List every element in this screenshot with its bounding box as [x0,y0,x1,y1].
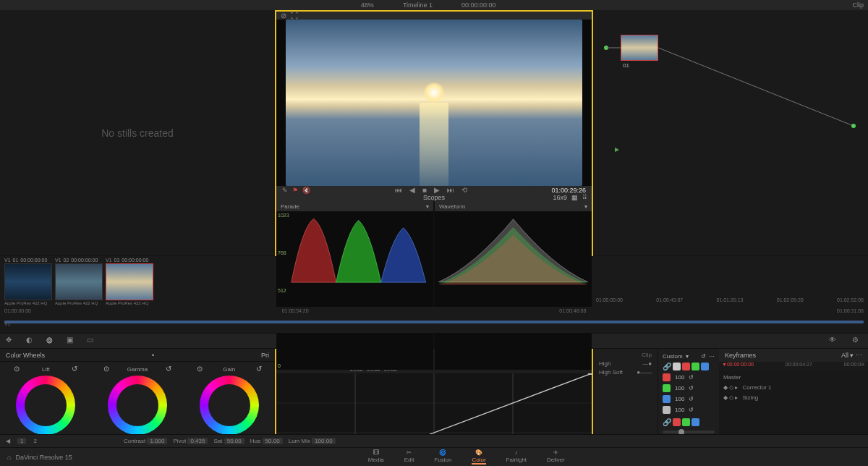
expand-icon[interactable]: ⛶ [291,12,298,20]
node-graph[interactable]: 01 [593,10,868,256]
media-icon: 🎞 [373,449,379,456]
gamma-wheel[interactable] [108,376,167,435]
kf-row-sizing[interactable]: ◆ ◇ ▸ Sizing [723,392,864,402]
target-icon[interactable]: ◎ [46,336,56,346]
stills-panel: No stills created [0,10,275,256]
gear-icon[interactable]: ⚙ [852,336,862,346]
viewer-toolbar: ⊘ ⛶ [276,12,592,20]
high-slider[interactable]: —● [642,360,652,367]
link-icon[interactable]: 🔗 [663,418,671,426]
timeline-bar[interactable] [4,321,864,323]
prev-button[interactable]: ⏮ [395,186,402,194]
link-icon[interactable]: 🔗 [663,363,671,370]
picker-icon[interactable]: ⊙ [103,365,109,374]
page-1[interactable]: 1 [17,438,26,444]
scopes-title: Scopes [423,194,445,201]
wheels-indicator[interactable]: • [45,352,261,359]
kf-ruler[interactable]: ▼00:00:00:00 00:00:04:27 00:00:09: [719,362,868,370]
more-icon[interactable]: ⋯ [856,352,862,359]
scopes-settings-icon[interactable]: ⠿ [582,194,587,201]
dropdown-icon[interactable]: ▾ [686,353,689,360]
swatch-r[interactable] [682,363,690,370]
clip-thumb-03[interactable]: V10300:00:00:00 Apple ProRes 422 HQ [106,258,153,305]
picker-icon[interactable]: ✥ [6,336,16,346]
more-icon[interactable]: ⋯ [709,353,715,360]
luma-swatch-g[interactable] [682,418,690,426]
next-button[interactable]: ⏭ [447,186,454,194]
rect-icon[interactable]: ▭ [87,336,97,346]
dropdown-icon[interactable]: ▾ [426,203,429,210]
kf-row-master[interactable]: Master [723,372,864,382]
play-button[interactable]: ▶ [434,186,440,194]
clip-thumb-02[interactable]: V10200:00:00:00 Apple ProRes 422 HQ [55,258,103,305]
page-tabs: 🎞Media ✂Edit 🌀Fusion 🎨Color ♪Fairlight ✈… [72,449,861,465]
pivot-val[interactable]: 0.435 [187,438,208,444]
back-button[interactable]: ◀ [409,186,415,194]
dropdown-icon[interactable]: ▾ [850,352,854,359]
luma-swatch-r[interactable] [673,418,681,426]
clip-thumb-01[interactable]: V10100:00:00:00 Apple ProRes 422 HQ [4,258,52,305]
prev-page-icon[interactable]: ◀ [6,438,10,444]
scopes-layout-icon[interactable]: ▦ [571,194,578,201]
reset-icon[interactable]: ↺ [689,396,694,402]
crop-icon[interactable]: ▣ [67,336,77,346]
marker-icon[interactable]: ✎ [282,187,288,194]
reset-icon[interactable]: ↺ [166,365,171,374]
waveform-display [435,211,592,290]
tab-color[interactable]: 🎨Color [472,449,485,465]
dropdown-icon[interactable]: ▾ [584,203,587,210]
luma-swatch-b[interactable] [692,418,699,426]
nodes-ruler: 01:00:00:00 01:00:43:07 01:01:26:13 01:0… [596,258,864,305]
tab-media[interactable]: 🎞Media [368,449,384,465]
tab-fairlight[interactable]: ♪Fairlight [506,449,527,465]
tab-deliver[interactable]: ✈Deliver [547,449,565,465]
swatch-b[interactable] [701,363,709,370]
parade-label[interactable]: Parade [281,203,299,210]
highsoft-slider[interactable]: ●—— [637,369,652,376]
hue-val[interactable]: 50.00 [263,438,283,444]
swatch-y[interactable] [673,363,681,370]
swatch-g[interactable] [692,363,699,370]
bottom-bar: ⌂ DaVinci Resolve 15 🎞Media ✂Edit 🌀Fusio… [0,447,868,466]
waveform-label[interactable]: Waveform [439,203,465,210]
picker-icon[interactable]: ⊙ [197,365,203,374]
loop-button[interactable]: ⟲ [461,186,467,194]
zoom-level: 48% [361,1,374,9]
page-2[interactable]: 2 [33,438,36,444]
custom-title[interactable]: Custom [663,353,683,360]
flag-icon[interactable]: ⚑ [292,187,298,194]
fusion-icon: 🌀 [439,449,446,456]
viewer[interactable] [276,20,592,186]
contrast-val[interactable]: 1.000 [147,438,167,444]
tab-fusion[interactable]: 🌀Fusion [434,449,451,465]
viewer-image [286,20,582,186]
mini-timeline[interactable]: 01:00:00:00 01:00:54:20 01:00:48:08 01:0… [0,307,868,333]
color-icon: 🎨 [475,449,482,456]
reset-icon[interactable]: ↺ [689,385,694,391]
lift-wheel[interactable] [16,376,75,435]
scopes-aspect[interactable]: 16x9 [553,194,567,201]
tab-edit[interactable]: ✂Edit [404,449,414,465]
home-icon[interactable]: ⌂ [7,454,11,461]
bypass-icon[interactable]: ⊘ [281,12,286,20]
waveform-scope: Waveform▾ [435,201,592,370]
channel-row: 100↺ [663,406,715,414]
mute-icon[interactable]: 🔇 [302,187,310,194]
lummix-val[interactable]: 100.00 [312,438,335,444]
picker-icon[interactable]: ⊙ [14,365,20,374]
intensity-slider[interactable] [663,431,715,433]
mask-icon[interactable]: ◐ [26,336,36,346]
reset-icon[interactable]: ↺ [256,365,262,374]
reset-icon[interactable]: ↺ [701,353,706,360]
reset-icon[interactable]: ↺ [689,407,694,413]
keyframes-title: Keyframes [725,352,756,359]
channel-row: 100↺ [663,384,715,392]
sat-val[interactable]: 50.00 [224,438,244,444]
stop-button[interactable]: ■ [422,186,427,194]
eye-icon[interactable]: 👁 [829,336,839,346]
reset-icon[interactable]: ↺ [72,365,77,374]
reset-icon[interactable]: ↺ [689,374,694,381]
kf-row-corrector[interactable]: ◆ ◇ ▸ Corrector 1 [723,382,864,392]
gain-wheel[interactable] [200,376,259,435]
keyframes-filter[interactable]: All [841,352,848,359]
